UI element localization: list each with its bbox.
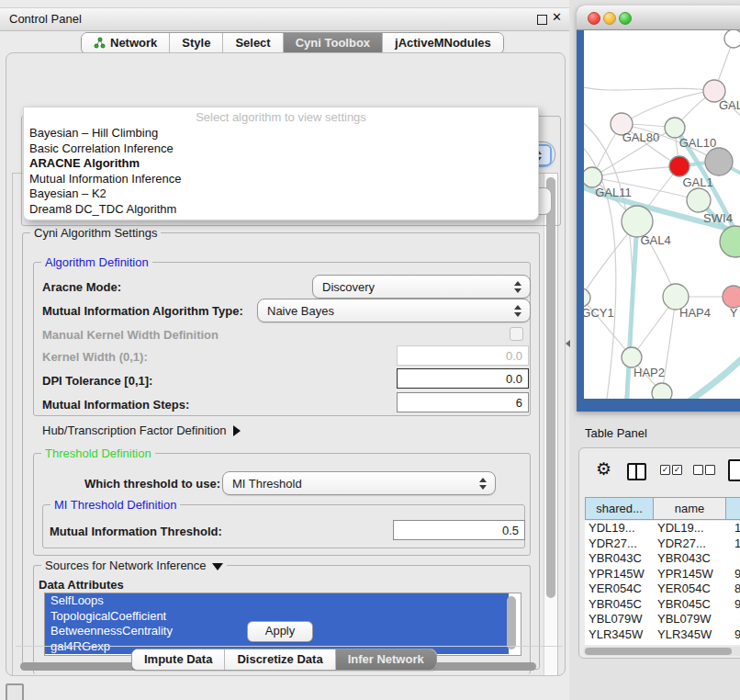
table-cell: YDR27... xyxy=(657,536,706,552)
table-cell: YBR045C xyxy=(657,597,711,613)
dropdown-item[interactable]: Bayesian – K2 xyxy=(24,186,538,202)
table-row[interactable]: YBR045CYBR045C9. xyxy=(585,597,740,613)
minimize-traffic-light-icon[interactable] xyxy=(603,12,616,25)
manual-kernel-checkbox[interactable] xyxy=(510,327,523,341)
table-row[interactable]: YIL052CYIL052C9. xyxy=(585,642,740,645)
network-node-gal10[interactable] xyxy=(665,118,685,138)
table-row[interactable]: YBL079WYBL079W xyxy=(585,612,740,627)
network-edge xyxy=(622,91,714,124)
manual-kernel-label: Manual Kernel Width Definition xyxy=(42,328,219,342)
sources-title[interactable]: Sources for Network Inference xyxy=(41,559,227,572)
dpi-tolerance-field[interactable]: 0.0 xyxy=(397,368,529,389)
table-cell: 9. xyxy=(734,642,740,645)
network-canvas[interactable]: GALGAL80GAL10GAL1GAL11SWI4GAL4GCY1HAP4YH… xyxy=(584,30,740,399)
cyni-algorithm-settings-title: Cyni Algorithm Settings xyxy=(30,226,161,240)
settings-scrollbar-thumb[interactable] xyxy=(546,177,555,598)
algorithm-dropdown: Select algorithm to view settings Bayesi… xyxy=(23,107,539,220)
network-node-gal1[interactable] xyxy=(669,156,690,176)
tab-select[interactable]: Select xyxy=(222,33,282,53)
control-panel-title: Control Panel xyxy=(9,12,82,26)
network-node-swi4[interactable] xyxy=(687,188,711,212)
settings-vertical-scrollbar[interactable] xyxy=(544,174,557,675)
dropdown-item[interactable]: ARACNE Algorithm xyxy=(24,156,538,172)
panel-divider xyxy=(16,646,563,647)
control-panel-tabs: NetworkStyleSelectCyni ToolboxjActiveMNo… xyxy=(81,32,504,54)
kernel-width-field[interactable]: 0.0 xyxy=(397,345,529,366)
table-scrollbar-thumb[interactable] xyxy=(585,648,732,655)
apply-button[interactable]: Apply xyxy=(247,621,313,642)
settings-scrollpane: Cyni Algorithm Settings Algorithm Defini… xyxy=(12,173,558,676)
table-horizontal-scrollbar[interactable] xyxy=(583,647,740,656)
network-node-gcy1[interactable] xyxy=(584,288,590,307)
minimized-panel-icon[interactable] xyxy=(6,683,24,700)
mi-threshold-field[interactable]: 0.5 xyxy=(393,520,525,540)
network-node-gal11[interactable] xyxy=(584,167,602,187)
tab-network[interactable]: Network xyxy=(82,33,169,53)
node-label: GAL11 xyxy=(595,186,632,199)
float-window-icon[interactable] xyxy=(537,15,547,25)
mi-algorithm-type-combo[interactable]: Naive Bayes xyxy=(257,299,531,322)
columns-icon[interactable] xyxy=(627,463,646,480)
table-row[interactable]: YDL19...YDL19...13 xyxy=(585,521,740,536)
bottom-tab-impute-data[interactable]: Impute Data xyxy=(132,649,224,670)
column-header[interactable]: shared... xyxy=(585,497,654,520)
mi-type-label: Mutual Information Algorithm Type: xyxy=(42,304,243,318)
checked-checkbox-icon[interactable]: ✓ xyxy=(672,465,682,475)
table-row[interactable]: YPR145WYPR145W9. xyxy=(585,567,740,582)
network-node[interactable] xyxy=(724,30,740,48)
close-icon[interactable]: ✕ xyxy=(552,10,562,24)
network-node[interactable] xyxy=(720,226,740,257)
mi-steps-field[interactable]: 6 xyxy=(397,392,529,412)
table-row[interactable]: YBR043CYBR043C xyxy=(585,551,740,567)
bottom-tab-discretize-data[interactable]: Discretize Data xyxy=(224,649,334,670)
node-label: GAL4 xyxy=(640,233,670,247)
network-node[interactable] xyxy=(652,383,672,399)
table-row[interactable]: YLR345WYLR345W9. xyxy=(585,627,740,643)
dropdown-item[interactable]: Basic Correlation Inference xyxy=(24,141,538,157)
network-edge xyxy=(592,166,679,177)
node-label: SWI4 xyxy=(703,211,733,225)
checked-checkbox-icon[interactable]: ✓ xyxy=(660,465,670,475)
hub-section-toggle[interactable]: Hub/Transcription Factor Definition xyxy=(42,423,241,437)
network-node-y[interactable] xyxy=(723,286,740,308)
table-row[interactable]: YDR27...YDR27...12 xyxy=(585,536,740,552)
gear-icon[interactable]: ⚙ xyxy=(596,460,611,478)
table-cell: YBR045C xyxy=(589,597,642,613)
tab-style[interactable]: Style xyxy=(169,33,222,53)
network-node[interactable] xyxy=(705,148,733,175)
unchecked-checkbox-icon[interactable] xyxy=(693,465,703,475)
table-cell: YIL052C xyxy=(589,642,635,645)
tab-cyni-toolbox[interactable]: Cyni Toolbox xyxy=(283,33,382,53)
which-threshold-combo[interactable]: MI Threshold xyxy=(222,471,496,495)
hub-section-label: Hub/Transcription Factor Definition xyxy=(42,423,226,437)
column-header[interactable]: name xyxy=(654,497,726,520)
aracne-mode-combo[interactable]: Discovery xyxy=(312,275,531,299)
dropdown-item[interactable]: Bayesian – Hill Climbing xyxy=(24,126,538,141)
attributes-list-scrollbar[interactable] xyxy=(507,596,516,649)
tab-jactivemnodules[interactable]: jActiveMNodules xyxy=(382,33,503,53)
close-traffic-light-icon[interactable] xyxy=(588,12,600,25)
column-header[interactable]: A xyxy=(726,497,740,520)
node-label: Y xyxy=(730,306,738,320)
table-cell: YDL19... xyxy=(589,521,635,536)
network-node-hap2[interactable] xyxy=(622,347,642,367)
control-panel-titlebar: Control Panel ✕ xyxy=(0,7,569,31)
which-threshold-label: Which threshold to use: xyxy=(84,477,220,491)
dropdown-item[interactable]: Dream8 DC_TDC Algorithm xyxy=(24,202,538,218)
zoom-traffic-light-icon[interactable] xyxy=(619,12,632,25)
document-icon[interactable] xyxy=(728,459,740,481)
dropdown-item[interactable]: Mutual Information Inference xyxy=(24,172,538,187)
table-cell: YER054C xyxy=(657,581,711,597)
kernel-width-label: Kernel Width (0,1): xyxy=(42,350,148,364)
table-toolbar: ⚙ ✓ ✓ xyxy=(579,448,740,492)
table-row[interactable]: YER054CYER054C8. xyxy=(585,581,740,597)
table-cell: YDL19... xyxy=(657,521,704,536)
unchecked-checkbox-icon[interactable] xyxy=(705,465,715,475)
bottom-tab-label: Infer Network xyxy=(348,652,424,666)
network-node-gal4[interactable] xyxy=(622,206,653,237)
bottom-tab-infer-network[interactable]: Infer Network xyxy=(335,649,436,670)
network-window-titlebar[interactable] xyxy=(577,6,740,30)
splitter-collapse-arrow-icon[interactable] xyxy=(566,340,570,347)
attribute-item[interactable]: SelfLoops xyxy=(45,593,509,609)
mi-threshold-label: Mutual Information Threshold: xyxy=(50,525,222,538)
